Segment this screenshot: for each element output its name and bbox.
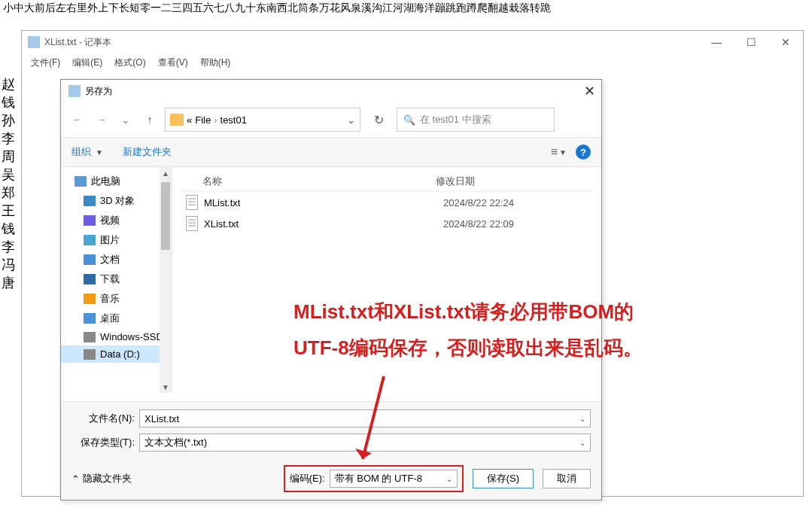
tree-item-pc[interactable]: 此电脑 (61, 172, 172, 191)
menu-format[interactable]: 格式(O) (110, 55, 150, 71)
nav-forward-icon[interactable]: → (93, 111, 111, 129)
folder-icon (170, 114, 184, 126)
saveas-footer: 文件名(N): XList.txt ⌄ 保存类型(T): 文本文档(*.txt)… (61, 401, 601, 500)
breadcrumb-prefix: « (187, 114, 192, 126)
page-header-text: 小中大前后左右里外上下长短零一二三四五六七八九十东南西北筒条万花风泉溪沟江河湖海… (0, 0, 812, 17)
nav-back-icon[interactable]: ← (68, 111, 87, 129)
tree-item-documents[interactable]: 文档 (61, 250, 172, 269)
organize-dropdown-icon[interactable]: ▼ (96, 148, 103, 157)
breadcrumb-part2[interactable]: test01 (220, 114, 247, 126)
music-icon (84, 294, 96, 304)
search-icon: 🔍 (403, 114, 415, 126)
tree-item-music[interactable]: 音乐 (61, 289, 172, 309)
tree-item-pictures[interactable]: 图片 (61, 230, 172, 250)
saveas-titlebar: 另存为 ✕ (61, 80, 601, 102)
tree-scrollbar[interactable]: ▲ ▼ (160, 167, 172, 393)
tree-item-downloads[interactable]: 下载 (61, 269, 172, 289)
notepad-menubar: 文件(F) 编辑(E) 格式(O) 查看(V) 帮助(H) (22, 53, 803, 71)
txt-file-icon (186, 195, 198, 210)
download-icon (84, 274, 96, 284)
notepad-icon (28, 36, 40, 48)
view-mode-button[interactable]: ≡ ▼ (551, 145, 567, 159)
close-button[interactable]: ✕ (768, 31, 803, 53)
dropdown-icon[interactable]: ⌄ (579, 439, 585, 447)
breadcrumb-sep: › (214, 114, 217, 126)
saveas-title: 另存为 (85, 85, 112, 98)
file-name: XList.txt (204, 218, 443, 230)
menu-file[interactable]: 文件(F) (26, 55, 65, 71)
newfolder-button[interactable]: 新建文件夹 (123, 145, 172, 159)
help-button[interactable]: ? (576, 145, 591, 160)
menu-view[interactable]: 查看(V) (154, 55, 193, 71)
file-row[interactable]: MList.txt 2024/8/22 22:24 (180, 192, 594, 213)
nav-up-icon[interactable]: ↑ (141, 111, 159, 129)
hide-folders-toggle[interactable]: ⌃ 隐藏文件夹 (71, 472, 132, 485)
cancel-button[interactable]: 取消 (543, 469, 591, 488)
svg-line-0 (363, 376, 384, 459)
tree-item-video[interactable]: 视频 (61, 211, 172, 230)
notepad-titlebar: XList.txt - 记事本 — ☐ ✕ (22, 31, 803, 53)
tree-item-3d[interactable]: 3D 对象 (61, 191, 172, 211)
menu-edit[interactable]: 编辑(E) (68, 55, 107, 71)
annotation-arrow-icon (354, 369, 399, 474)
tree-item-data-d[interactable]: Data (D:) (61, 345, 172, 363)
breadcrumb-dropdown-icon[interactable]: ⌄ (347, 114, 355, 126)
notepad-title: XList.txt - 记事本 (44, 36, 111, 49)
notepad-left-text: 赵 钱 孙 李 周 吴 郑 王 钱 李 冯 唐 (2, 75, 17, 292)
saveas-close-button[interactable]: ✕ (584, 83, 595, 99)
column-date[interactable]: 修改日期 (436, 175, 594, 188)
minimize-button[interactable]: — (699, 31, 734, 53)
scroll-down-icon[interactable]: ▼ (160, 381, 172, 393)
folder-tree: 此电脑 3D 对象 视频 图片 文档 下载 音乐 桌面 Windows-SSD … (61, 167, 172, 393)
refresh-button[interactable]: ↻ (366, 108, 391, 132)
disk-icon (84, 349, 96, 360)
chevron-icon: ⌃ (71, 473, 80, 485)
maximize-button[interactable]: ☐ (734, 31, 768, 53)
menu-help[interactable]: 帮助(H) (196, 55, 236, 71)
pic-icon (84, 235, 96, 245)
saveas-toolbar: 组织 ▼ 新建文件夹 ≡ ▼ ? (61, 137, 601, 167)
saveas-dialog: 另存为 ✕ ← → ⌄ ↑ « File › test01 ⌄ ↻ 🔍 在 te… (60, 79, 602, 500)
dropdown-icon[interactable]: ⌄ (579, 415, 585, 423)
filetype-label: 保存类型(T): (71, 436, 139, 449)
desktop-icon (84, 313, 96, 324)
breadcrumb-part1[interactable]: File (195, 114, 211, 126)
column-name[interactable]: 名称 (180, 175, 436, 188)
disk-icon (84, 332, 96, 342)
file-headers: 名称 修改日期 (180, 172, 594, 192)
file-date: 2024/8/22 22:09 (443, 218, 594, 230)
file-date: 2024/8/22 22:24 (443, 197, 594, 208)
file-name: MList.txt (204, 197, 443, 208)
pc-icon (75, 176, 87, 187)
tree-item-windows-ssd[interactable]: Windows-SSD (61, 328, 172, 345)
saveas-icon (68, 85, 81, 97)
organize-button[interactable]: 组织 (71, 145, 91, 159)
annotation-note: MList.txt和XList.txt请务必用带BOM的 UTF-8编码保存，否… (293, 294, 643, 366)
filename-label: 文件名(N): (71, 412, 139, 425)
video-icon (84, 215, 96, 226)
search-input[interactable]: 🔍 在 test01 中搜索 (397, 108, 555, 132)
file-row[interactable]: XList.txt 2024/8/22 22:09 (180, 213, 594, 234)
encoding-label: 编码(E): (290, 472, 325, 485)
obj3d-icon (84, 196, 96, 206)
saveas-navbar: ← → ⌄ ↑ « File › test01 ⌄ ↻ 🔍 在 test01 中… (61, 102, 601, 137)
txt-file-icon (186, 216, 198, 231)
doc-icon (84, 254, 96, 265)
dropdown-icon[interactable]: ⌄ (446, 475, 452, 483)
nav-recent-icon[interactable]: ⌄ (117, 111, 135, 129)
save-button[interactable]: 保存(S) (473, 469, 534, 488)
scroll-up-icon[interactable]: ▲ (160, 167, 172, 179)
search-placeholder: 在 test01 中搜索 (420, 113, 491, 126)
scroll-thumb[interactable] (161, 182, 170, 250)
breadcrumb[interactable]: « File › test01 ⌄ (165, 108, 360, 132)
tree-item-desktop[interactable]: 桌面 (61, 309, 172, 328)
